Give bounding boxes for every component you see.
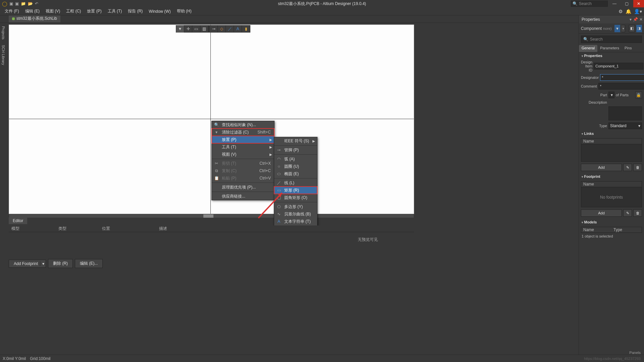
submenu-ieee-symbols[interactable]: IEEE 符号 (S)▶ (274, 137, 317, 145)
menu-tools-sub[interactable]: 工具 (T)▶ (212, 143, 274, 151)
origin-horizontal-line (9, 119, 414, 119)
menu-project[interactable]: 工程 (C) (63, 7, 84, 15)
edit-footprint-icon[interactable]: ✎ (623, 209, 632, 217)
no-footprints-label: No footprints (600, 195, 623, 200)
type-select[interactable]: Standard▾ (608, 122, 642, 129)
minimize-button[interactable]: — (609, 0, 620, 7)
component-icon[interactable]: ▮ (242, 25, 250, 33)
menu-schematic-prefs[interactable]: 原理图优先项 (P)... (212, 184, 274, 191)
properties-search-input[interactable]: 🔍 Search (581, 36, 642, 43)
add-link-button[interactable]: Add (581, 164, 622, 171)
tab-general[interactable]: General (579, 45, 597, 52)
submenu-circle[interactable]: ○圆圈 (U) (274, 163, 317, 170)
submenu-rectangle[interactable]: ▭矩形 (R) (274, 187, 317, 194)
panels-button[interactable]: Panels (629, 351, 641, 355)
designator-input[interactable] (600, 74, 644, 81)
origin-vertical-line (210, 25, 211, 214)
header-model[interactable]: 模型 (9, 226, 56, 231)
align-icon[interactable]: ▥ (200, 25, 208, 33)
menu-report[interactable]: 报告 (R) (125, 7, 145, 15)
submenu-ellipse[interactable]: ⬭椭圆 (E) (274, 170, 317, 177)
menu-view-sub[interactable]: 视图 (V)▶ (212, 151, 274, 158)
header-position[interactable]: 位置 (99, 226, 156, 231)
menu-place[interactable]: 放置 (P)▶ (212, 136, 274, 143)
filter-mode-icon[interactable]: ▼ (614, 25, 620, 32)
delete-link-icon[interactable]: 🗑 (633, 164, 642, 171)
delete-footprint-icon[interactable]: 🗑 (633, 209, 642, 217)
edit-link-icon[interactable]: ✎ (623, 164, 632, 171)
menu-clear-filter[interactable]: ▾清除过滤器 (C)Shift+C (212, 128, 274, 136)
move-icon[interactable]: ✛ (184, 25, 192, 33)
close-button[interactable]: ✕ (633, 0, 644, 7)
edit-button[interactable]: 编辑 (E)... (75, 259, 103, 268)
header-description[interactable]: 描述 (156, 226, 270, 231)
place-text-icon[interactable]: A (234, 25, 242, 33)
global-search-input[interactable]: 🔍 Search (571, 1, 608, 7)
section-models[interactable]: Models (579, 219, 644, 225)
editor-tab[interactable]: Editor (9, 217, 27, 224)
vtab-schlibrary[interactable]: SCH Library (1, 43, 6, 67)
gear-icon[interactable]: ⚙ (618, 9, 623, 14)
open-folder-icon[interactable]: 📁 (21, 1, 26, 6)
delete-button[interactable]: 删除 (R) (48, 259, 73, 268)
submenu-polygon[interactable]: ⬠多边形 (Y) (274, 203, 317, 210)
selection-mode-b-icon[interactable]: ◨ (636, 25, 642, 32)
select-area-icon[interactable]: ▭ (192, 25, 200, 33)
models-list-header: Name Type (581, 227, 642, 233)
description-input[interactable] (608, 106, 642, 120)
bell-icon[interactable]: 🔔 (626, 9, 631, 14)
undo-icon[interactable]: ↶ (35, 1, 38, 6)
tab-pins[interactable]: Pins (622, 45, 634, 52)
vtab-projects[interactable]: Projects (1, 24, 6, 42)
menu-edit[interactable]: 编辑 (E) (22, 7, 42, 15)
links-list-body (581, 144, 642, 162)
menu-view[interactable]: 视图 (V) (43, 7, 63, 15)
design-item-id-input[interactable] (594, 63, 643, 69)
section-links[interactable]: Links (579, 130, 644, 137)
part-select[interactable]: ▾ (608, 92, 614, 98)
save-icon[interactable]: ▣ (9, 1, 13, 6)
menu-place[interactable]: 放置 (P) (84, 7, 104, 15)
section-footprint[interactable]: Footprint (579, 173, 644, 180)
user-icon[interactable]: 👤▾ (634, 9, 642, 14)
menu-supplier-links[interactable]: 供应商链接... (212, 193, 274, 200)
submenu-round-rectangle[interactable]: ▢圆角矩形 (O) (274, 194, 317, 201)
links-header-name[interactable]: Name (581, 139, 596, 144)
add-footprint-button[interactable]: Add Footprint▾ (9, 260, 46, 268)
header-type[interactable]: 类型 (56, 226, 99, 231)
menu-help[interactable]: 帮助 (H) (174, 7, 194, 15)
maximize-button[interactable]: ▢ (621, 0, 632, 7)
panel-menu-icon[interactable]: ▾ (630, 17, 632, 22)
models-header-name[interactable]: Name (581, 227, 611, 232)
submenu-pin[interactable]: ⊸管脚 (P) (274, 146, 317, 154)
tab-parameters[interactable]: Parameters (597, 45, 622, 52)
panel-pin-icon[interactable]: 📌 (633, 17, 638, 22)
open-recent-icon[interactable]: 📂 (28, 1, 33, 6)
menu-find-similar[interactable]: 🔍查找相似对象 (N)... (212, 121, 274, 128)
menu-file[interactable]: 文件 (F) (2, 7, 22, 15)
place-line-icon[interactable]: ／ (226, 25, 234, 33)
section-properties[interactable]: Properties (579, 52, 644, 59)
document-tab[interactable]: stm32最小系统.SchLib (9, 15, 60, 22)
save-all-icon[interactable]: ▣ (15, 1, 19, 6)
panel-close-icon[interactable]: ✕ (639, 17, 643, 22)
dropdown-arrow-icon[interactable]: ▾ (40, 261, 44, 266)
menu-tools[interactable]: 工具 (T) (105, 7, 125, 15)
models-header-type[interactable]: Type (611, 227, 642, 232)
footprint-header-name[interactable]: Name (581, 182, 596, 187)
submenu-arc[interactable]: ◠弧 (A) (274, 155, 317, 163)
search-icon: 🔍 (573, 1, 578, 6)
submenu-bezier[interactable]: ∿贝塞尔曲线 (B) (274, 210, 317, 218)
pin-icon[interactable]: ⊸ (210, 25, 218, 33)
place-shape-icon[interactable]: ◇ (218, 25, 226, 33)
status-bar: X:0mil Y:0mil Grid:100mil (0, 355, 644, 362)
filter-dropdown-icon[interactable]: ▾ (622, 25, 625, 32)
filter-icon[interactable]: ▼ (176, 25, 184, 33)
comment-input[interactable] (598, 83, 644, 90)
lock-icon[interactable]: 🔒 (635, 92, 642, 98)
selection-mode-a-icon[interactable]: ◧ (629, 25, 635, 32)
menu-window[interactable]: Window (W) (146, 8, 173, 15)
magnifier-icon: 🔍 (214, 122, 219, 127)
submenu-line[interactable]: ／线 (L) (274, 179, 317, 187)
add-footprint-button[interactable]: Add (581, 209, 622, 217)
